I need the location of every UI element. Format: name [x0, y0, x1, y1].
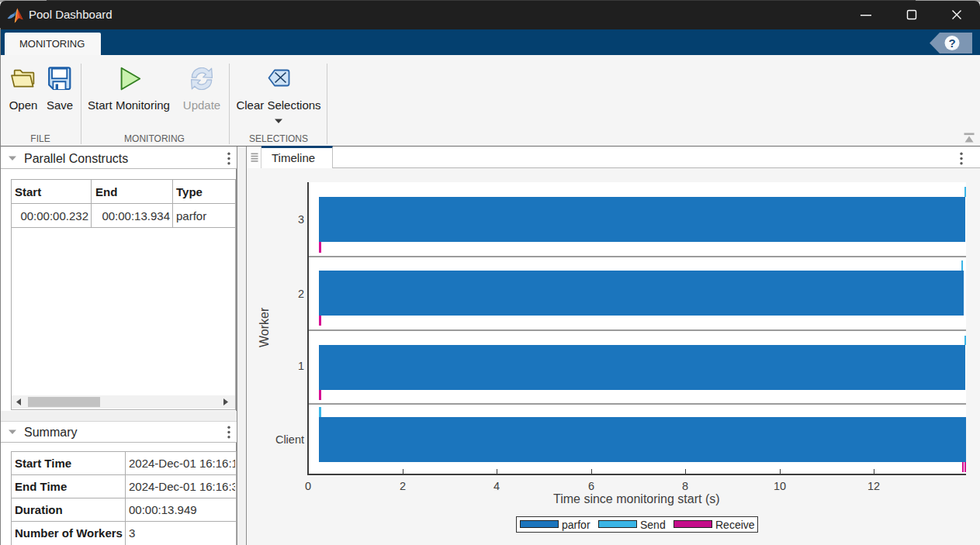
svg-text:?: ?	[948, 36, 955, 50]
